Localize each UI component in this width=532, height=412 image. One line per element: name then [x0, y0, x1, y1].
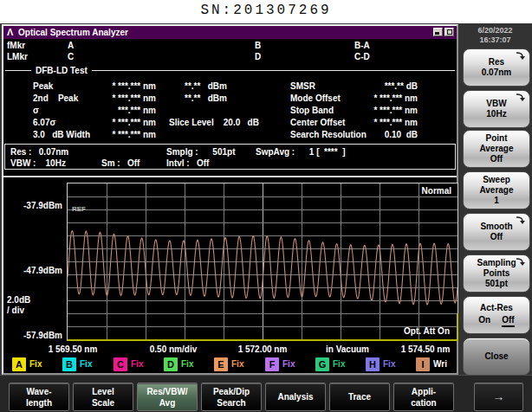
softkey-label: Average [479, 185, 513, 196]
softkey-point-average[interactable]: Point Average Off [463, 130, 530, 168]
trace-h-state: Fix [383, 357, 395, 371]
dfb-value: * ***.*** nm [305, 93, 418, 103]
ref-label: REF [72, 205, 86, 213]
window-title: Optical Spectrum Analyzer [18, 26, 128, 39]
function-key-level-scale[interactable]: Level Scale [73, 383, 133, 411]
trace-g[interactable]: GFix [315, 357, 345, 372]
trace-h[interactable]: HFix [366, 357, 395, 372]
softkey-value: 0.07nm [482, 68, 511, 78]
function-key-peak-dip-search[interactable]: Peak/Dip Search [201, 383, 262, 411]
osa-window: Λ Optical Spectrum Analyzer fMkr A B B-A… [2, 24, 458, 375]
submenu-arrow-icon [515, 258, 525, 267]
fkey-label: Level [92, 386, 114, 397]
serial-number-label: SN:201307269 [0, 3, 532, 18]
act-res-on-option[interactable]: On [478, 315, 490, 327]
x-axis-label-perdiv: 0.50 nm/div [126, 344, 221, 354]
dfb-value-db: **.** dBm [185, 93, 227, 103]
softkey-vbw[interactable]: VBW 10Hz [463, 90, 530, 128]
trace-g-state: Fix [333, 357, 345, 371]
dfb-section-title: DFB-LD Test [31, 66, 92, 75]
more-arrow-icon: → [493, 391, 505, 402]
title-bar: Λ Optical Spectrum Analyzer [3, 26, 457, 39]
softkey-label: Point [486, 133, 508, 144]
trace-i[interactable]: IWriOff [416, 357, 457, 372]
softkey-label: Average [479, 144, 513, 154]
trace-f[interactable]: FFix [265, 357, 295, 372]
trace-g-badge: G [315, 357, 329, 371]
dfb-label: 6.07σ [33, 118, 55, 127]
fkey-label: length [26, 397, 52, 409]
softkey-sampling-points[interactable]: Sampling Points 501pt [463, 254, 530, 293]
graph-mode-label: Normal [422, 186, 451, 196]
status-swpavg: SwpAvg : 1 [ **** ] [256, 147, 346, 157]
act-res-off-option[interactable]: Off [502, 315, 514, 327]
dfb-value: 0.10 dB [305, 130, 418, 139]
lmkr-c: C [68, 52, 74, 61]
fmkr-label: fMkr [7, 41, 25, 50]
dfb-section-divider: DFB-LD Test [5, 65, 455, 75]
softkey-label: VBW [486, 99, 506, 109]
function-key-more[interactable]: → [474, 383, 523, 411]
trace-a-state: Fix [29, 357, 42, 371]
anritsu-logo-icon: Λ [7, 26, 13, 39]
y-axis-label-ref: -37.9dBm [7, 201, 62, 210]
softkey-panel: 6/20/2022 16:37:07 Res 0.07nm VBW 10Hz P… [458, 23, 532, 412]
softkey-label: Sweep [483, 175, 510, 185]
fmkr-diff: B-A [354, 41, 370, 50]
status-smplg: Smplg : 501pt [166, 147, 235, 157]
fkey-label: Trace [348, 391, 371, 402]
section-divider-line [3, 176, 457, 177]
trace-d-badge: D [164, 357, 178, 371]
softkey-sweep-average[interactable]: Sweep Average 1 [463, 171, 530, 209]
y-scale-label: 2.0dB [7, 295, 30, 305]
clock-time: 16:37:07 [458, 35, 532, 45]
dfb-value: * ***.*** nm [305, 106, 418, 115]
status-sm: Sm : Off [101, 158, 139, 168]
trace-i-state: Wri [433, 357, 447, 371]
trace-c[interactable]: CFix [114, 357, 143, 372]
lmkr-diff: C-D [354, 52, 370, 61]
dfb-slice-level: Slice Level 20.0 dB [169, 118, 259, 127]
fkey-label: Avg [159, 397, 176, 409]
softkey-res[interactable]: Res 0.07nm [463, 48, 530, 87]
trace-a[interactable]: AFix [12, 357, 42, 372]
trace-e-state: Fix [231, 357, 243, 371]
fkey-label: Analysis [277, 391, 313, 402]
lmkr-label: LMkr [7, 52, 28, 61]
minimize-button[interactable] [433, 28, 443, 36]
status-intvl: Intvl : Off [166, 158, 209, 168]
trace-b[interactable]: BFix [62, 357, 92, 372]
fkey-label: Appli- [412, 386, 436, 397]
divider-line [5, 70, 31, 71]
softkey-label: Res [489, 57, 504, 68]
divider-line [92, 70, 455, 71]
trace-e[interactable]: EFix [214, 357, 243, 372]
submenu-arrow-icon [515, 52, 525, 61]
y-axis-label-bottom: -57.9dBm [7, 331, 62, 340]
trace-b-state: Fix [80, 357, 92, 371]
function-key-res-vbw-avg[interactable]: Res/VBW/ Avg [137, 383, 198, 411]
lmkr-d: D [255, 52, 261, 61]
softkey-smooth[interactable]: Smooth Off [463, 213, 530, 251]
function-key-analysis[interactable]: Analysis [265, 383, 326, 411]
trace-d-state: Fix [181, 357, 193, 371]
trace-f-badge: F [265, 357, 279, 371]
spectrum-plot [68, 183, 457, 339]
function-key-trace[interactable]: Trace [329, 383, 390, 411]
fkey-label: Res/VBW/ [146, 386, 187, 397]
trace-d[interactable]: DFix [164, 357, 193, 372]
function-key-application[interactable]: Appli- cation [393, 383, 454, 411]
submenu-arrow-icon [515, 216, 525, 225]
fkey-label: Search [217, 397, 245, 409]
softkey-value: Off [490, 154, 503, 164]
function-key-wavelength[interactable]: Wave- length [9, 383, 69, 411]
softkey-act-res[interactable]: Act-Res On Off [463, 296, 530, 334]
minimize-icon [435, 32, 439, 35]
softkey-value: Off [490, 232, 503, 242]
trace-h-badge: H [366, 357, 380, 371]
dfb-value-nm: * ***.*** nm [55, 118, 156, 127]
maximize-button[interactable] [444, 28, 454, 36]
dfb-value-nm: * ***.*** nm [55, 81, 156, 91]
dfb-value-nm: ***.*** nm [55, 106, 156, 115]
softkey-close[interactable]: Close [463, 338, 530, 376]
